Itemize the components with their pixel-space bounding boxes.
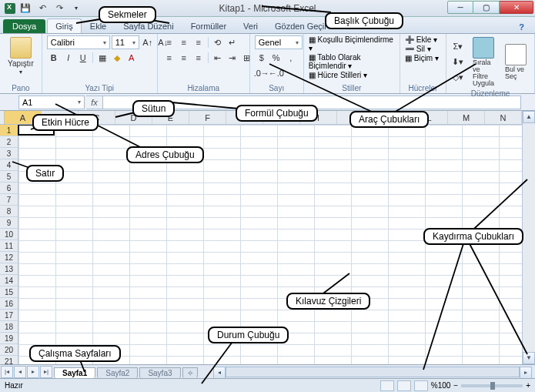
row-header-12[interactable]: 12 (0, 252, 18, 263)
scroll-right-icon[interactable]: ▸ (520, 367, 532, 379)
undo-icon[interactable]: ↶ (35, 2, 49, 15)
row-header-4[interactable]: 4 (0, 159, 18, 171)
column-header-A[interactable]: A (5, 111, 42, 125)
find-select-button[interactable]: Bul ve Seç (502, 42, 530, 82)
minimize-button[interactable]: ─ (447, 1, 473, 14)
autosum-icon[interactable]: Σ▾ (451, 40, 465, 54)
number-format-combo[interactable]: Genel▾ (255, 35, 303, 49)
decrease-indent-icon[interactable]: ⇤ (211, 51, 225, 65)
clear-icon[interactable]: ◇▾ (451, 71, 465, 85)
align-bottom-icon[interactable]: ≡ (192, 35, 206, 49)
align-center-icon[interactable]: ≡ (177, 51, 191, 65)
zoom-out-icon[interactable]: − (453, 381, 458, 390)
sheet-nav-last-icon[interactable]: ▸| (40, 366, 52, 378)
column-header-I[interactable]: I (300, 111, 337, 125)
row-header-19[interactable]: 19 (0, 333, 18, 344)
format-cells-button[interactable]: ▦ Biçim ▾ (405, 54, 439, 62)
row-header-16[interactable]: 16 (0, 298, 18, 310)
font-color-icon[interactable]: A (125, 51, 139, 65)
row-header-2[interactable]: 2 (0, 136, 18, 148)
tab-insert[interactable]: Ekle (82, 18, 115, 33)
column-header-M[interactable]: M (448, 111, 485, 125)
row-header-11[interactable]: 11 (0, 240, 18, 252)
tab-formulas[interactable]: Formüller (182, 18, 235, 33)
align-left-icon[interactable]: ≡ (162, 51, 176, 65)
row-header-7[interactable]: 7 (0, 194, 18, 206)
grow-font-icon[interactable]: A↑ (141, 35, 155, 49)
format-as-table-button[interactable]: ▦ Tablo Olarak Biçimlendir ▾ (309, 53, 395, 70)
scroll-down-icon[interactable]: ▼ (523, 352, 535, 364)
align-middle-icon[interactable]: ≡ (177, 35, 191, 49)
decrease-decimal-icon[interactable]: ←.0 (269, 66, 283, 80)
column-header-F[interactable]: F (189, 111, 226, 125)
row-header-17[interactable]: 17 (0, 310, 18, 321)
name-box[interactable]: A1▾ (18, 95, 85, 109)
sheet-nav-next-icon[interactable]: ▸ (27, 366, 39, 378)
zoom-slider[interactable] (461, 384, 523, 387)
tab-view[interactable]: Görünüm (336, 18, 388, 33)
border-icon[interactable]: ▦ (95, 51, 109, 65)
align-right-icon[interactable]: ≡ (192, 51, 206, 65)
column-header-J[interactable]: J (337, 111, 374, 125)
column-header-H[interactable]: H (263, 111, 300, 125)
column-header-B[interactable]: B (42, 111, 79, 125)
save-icon[interactable]: 💾 (18, 2, 32, 15)
column-header-G[interactable]: G (226, 111, 263, 125)
tab-home[interactable]: Giriş (47, 18, 82, 33)
align-top-icon[interactable]: ≡ (162, 35, 176, 49)
comma-icon[interactable]: , (284, 51, 298, 65)
fill-color-icon[interactable]: ◆ (110, 51, 124, 65)
percent-icon[interactable]: % (269, 51, 283, 65)
vertical-scrollbar[interactable]: ▲ ▼ (522, 111, 535, 364)
row-header-1[interactable]: 1 (0, 125, 18, 136)
horizontal-scrollbar[interactable]: ◂ ▸ (213, 367, 532, 377)
row-header-13[interactable]: 13 (0, 263, 18, 275)
row-header-6[interactable]: 6 (0, 183, 18, 194)
sort-filter-button[interactable]: Sırala ve Filtre Uygula (470, 35, 497, 89)
currency-icon[interactable]: $ (255, 51, 269, 65)
row-header-3[interactable]: 3 (0, 148, 18, 159)
tab-data[interactable]: Veri (235, 18, 266, 33)
font-size-combo[interactable]: 11▾ (112, 35, 139, 49)
column-header-K[interactable]: K (374, 111, 411, 125)
row-header-5[interactable]: 5 (0, 171, 18, 183)
row-header-20[interactable]: 20 (0, 344, 18, 356)
fill-icon[interactable]: ⬇▾ (451, 55, 465, 69)
column-header-D[interactable]: D (115, 111, 152, 125)
scroll-up-icon[interactable]: ▲ (523, 111, 535, 123)
sheet-tab-2[interactable]: Sayfa2 (97, 367, 138, 378)
bold-button[interactable]: B (47, 51, 61, 65)
wrap-text-icon[interactable]: ↵ (226, 35, 239, 49)
close-button[interactable]: ✕ (500, 1, 533, 14)
cell-styles-button[interactable]: ▦ Hücre Stilleri ▾ (309, 71, 367, 79)
row-header-14[interactable]: 14 (0, 275, 18, 286)
cond-format-button[interactable]: ▦ Koşullu Biçimlendirme ▾ (309, 35, 395, 52)
row-header-15[interactable]: 15 (0, 286, 18, 298)
redo-icon[interactable]: ↷ (52, 2, 66, 15)
row-header-18[interactable]: 18 (0, 321, 18, 333)
maximize-button[interactable]: ▢ (473, 1, 500, 14)
sheet-tab-3[interactable]: Sayfa3 (139, 367, 180, 378)
normal-view-icon[interactable] (380, 380, 394, 391)
column-header-L[interactable]: L (411, 111, 448, 125)
sheet-tab-1[interactable]: Sayfa1 (54, 367, 95, 378)
underline-button[interactable]: U (76, 51, 90, 65)
row-header-10[interactable]: 10 (0, 229, 18, 240)
scroll-left-icon[interactable]: ◂ (213, 367, 226, 379)
row-header-8[interactable]: 8 (0, 206, 18, 217)
paste-button[interactable]: Yapıştır▾ (5, 35, 37, 77)
delete-cells-button[interactable]: ➖ Sil ▾ (405, 45, 431, 53)
new-sheet-icon[interactable]: ✧ (182, 367, 198, 378)
row-header-21[interactable]: 21 (0, 356, 18, 364)
help-icon[interactable]: ? (514, 21, 529, 33)
column-header-E[interactable]: E (152, 111, 189, 125)
italic-button[interactable]: I (62, 51, 75, 65)
sheet-nav-first-icon[interactable]: |◂ (1, 366, 13, 378)
orientation-icon[interactable]: ⟲ (211, 35, 225, 49)
page-layout-view-icon[interactable] (397, 380, 411, 391)
tab-review[interactable]: Gözden Geçir (266, 18, 336, 33)
qat-dropdown-icon[interactable]: ▾ (69, 2, 83, 15)
zoom-in-icon[interactable]: + (526, 381, 530, 390)
column-header-N[interactable]: N (485, 111, 522, 125)
page-break-view-icon[interactable] (414, 380, 428, 391)
